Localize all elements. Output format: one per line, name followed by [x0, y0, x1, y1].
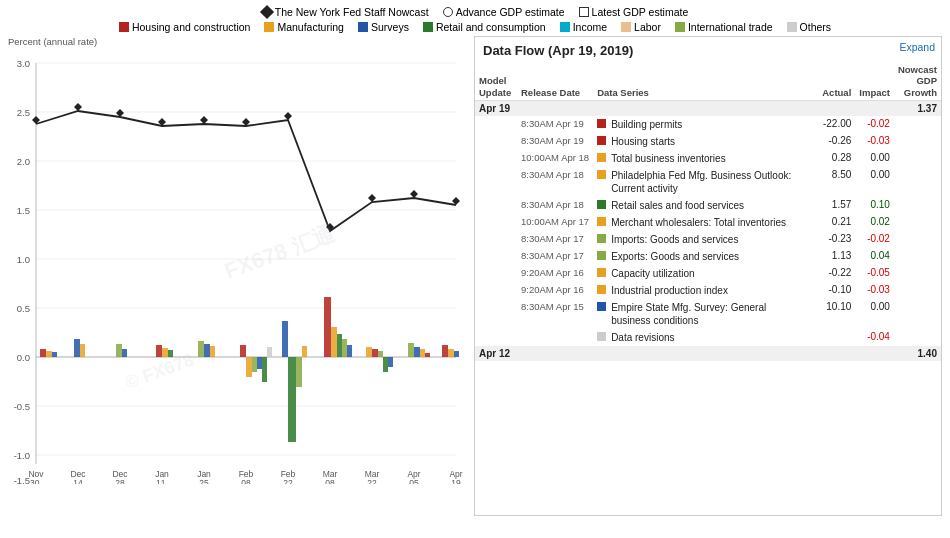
row-series: Philadelphia Fed Mfg. Business Outlook: …: [593, 167, 811, 197]
row-impact: 0.10: [855, 197, 894, 214]
section-gdp-growth: 1.37: [894, 101, 941, 117]
row-impact: 0.02: [855, 214, 894, 231]
svg-text:19: 19: [451, 478, 461, 484]
row-impact: 0.04: [855, 248, 894, 265]
series-name-text: Merchant wholesalers: Total inventories: [611, 216, 786, 229]
row-impact: -0.04: [855, 329, 894, 346]
row-series: Retail sales and food services: [593, 197, 811, 214]
row-release-date: 8:30AM Apr 19: [517, 133, 593, 150]
svg-rect-54: [414, 347, 420, 357]
th-release-date: Release Date: [517, 62, 593, 101]
svg-text:14: 14: [73, 478, 83, 484]
row-series: Exports: Goods and services: [593, 248, 811, 265]
row-series: Total business inventories: [593, 150, 811, 167]
svg-rect-31: [204, 344, 210, 357]
row-time: [475, 214, 517, 231]
row-time: [475, 248, 517, 265]
labor-color: [621, 22, 631, 32]
series-color-dot: [597, 332, 606, 341]
row-series: Housing starts: [593, 133, 811, 150]
row-gdp-cell: [894, 197, 941, 214]
svg-rect-21: [46, 351, 52, 357]
svg-rect-39: [282, 321, 288, 357]
svg-text:22: 22: [367, 478, 377, 484]
svg-rect-57: [442, 345, 448, 357]
svg-rect-41: [296, 357, 302, 387]
row-actual: 0.21: [811, 214, 855, 231]
legend-labor: Labor: [621, 21, 661, 33]
svg-text:1.5: 1.5: [17, 205, 30, 216]
svg-text:2.0: 2.0: [17, 156, 30, 167]
svg-rect-46: [342, 339, 347, 357]
svg-rect-24: [80, 344, 85, 357]
row-release-date: 10:00AM Apr 17: [517, 214, 593, 231]
svg-rect-56: [425, 353, 430, 357]
svg-rect-26: [122, 349, 127, 357]
row-gdp-cell: [894, 329, 941, 346]
row-impact: -0.02: [855, 231, 894, 248]
legend-housing-label: Housing and construction: [132, 21, 251, 33]
manufacturing-color: [264, 22, 274, 32]
svg-rect-32: [210, 346, 215, 357]
legend-income: Income: [560, 21, 607, 33]
row-gdp-cell: [894, 282, 941, 299]
series-color-dot: [597, 200, 606, 209]
svg-text:2.5: 2.5: [17, 107, 30, 118]
svg-rect-42: [302, 346, 307, 357]
expand-button[interactable]: Expand: [899, 41, 935, 53]
svg-rect-27: [156, 345, 162, 357]
svg-rect-22: [52, 352, 57, 357]
trade-color: [675, 22, 685, 32]
svg-text:1.0: 1.0: [17, 254, 30, 265]
section-date: Apr 19: [475, 101, 517, 117]
legend-advance-gdp: Advance GDP estimate: [443, 6, 565, 18]
row-gdp-cell: [894, 265, 941, 282]
housing-color: [119, 22, 129, 32]
svg-text:11,: 11,: [156, 478, 168, 484]
row-gdp-cell: [894, 150, 941, 167]
th-nowcast-gdp: NowcastGDPGrowth: [894, 62, 941, 101]
legend-retail-label: Retail and consumption: [436, 21, 546, 33]
series-name-text: Exports: Goods and services: [611, 250, 739, 263]
svg-rect-35: [252, 357, 257, 372]
series-color-dot: [597, 268, 606, 277]
svg-rect-28: [162, 348, 168, 357]
panel-title: Data Flow (Apr 19, 2019): [475, 37, 941, 62]
row-time: [475, 329, 517, 346]
svg-rect-48: [366, 347, 372, 357]
svg-text:-0.5: -0.5: [14, 401, 30, 412]
data-flow-table: ModelUpdate Release Date Data Series Act…: [475, 62, 941, 361]
row-gdp-cell: [894, 214, 941, 231]
row-series: Empire State Mfg. Survey: General busine…: [593, 299, 811, 329]
table-row: Data revisions -0.04: [475, 329, 941, 346]
svg-text:30,: 30,: [30, 478, 42, 484]
nowcast-point-6: [284, 112, 292, 120]
legend-manufacturing-label: Manufacturing: [277, 21, 344, 33]
chart-ylabel: Percent (annual rate): [8, 36, 468, 47]
series-name-text: Capacity utilization: [611, 267, 694, 280]
svg-rect-58: [448, 349, 454, 357]
table-row: 9:20AM Apr 16 Industrial production inde…: [475, 282, 941, 299]
row-gdp-cell: [894, 231, 941, 248]
row-time: [475, 133, 517, 150]
series-name-text: Data revisions: [611, 331, 674, 344]
series-color-dot: [597, 234, 606, 243]
svg-text:0.0: 0.0: [17, 352, 30, 363]
th-model-update: ModelUpdate: [475, 62, 517, 101]
row-actual: 0.28: [811, 150, 855, 167]
svg-text:0.5: 0.5: [17, 303, 30, 314]
row-time: [475, 299, 517, 329]
nowcast-point-8: [368, 194, 376, 202]
th-impact: Impact: [855, 62, 894, 101]
row-actual: 1.57: [811, 197, 855, 214]
table-row: 8:30AM Apr 19 Housing starts -0.26 -0.03: [475, 133, 941, 150]
svg-rect-36: [257, 357, 262, 369]
row-time: [475, 116, 517, 133]
table-row: 8:30AM Apr 19 Building permits -22.00 -0…: [475, 116, 941, 133]
series-color-dot: [597, 153, 606, 162]
row-actual: 10.10: [811, 299, 855, 329]
others-color: [787, 22, 797, 32]
chart-svg-container: 3.0 2.5 2.0 1.5 1.0 0.5 0.0 -0.5 -1.0 -1…: [8, 49, 468, 489]
row-series: Imports: Goods and services: [593, 231, 811, 248]
th-actual: Actual: [811, 62, 855, 101]
